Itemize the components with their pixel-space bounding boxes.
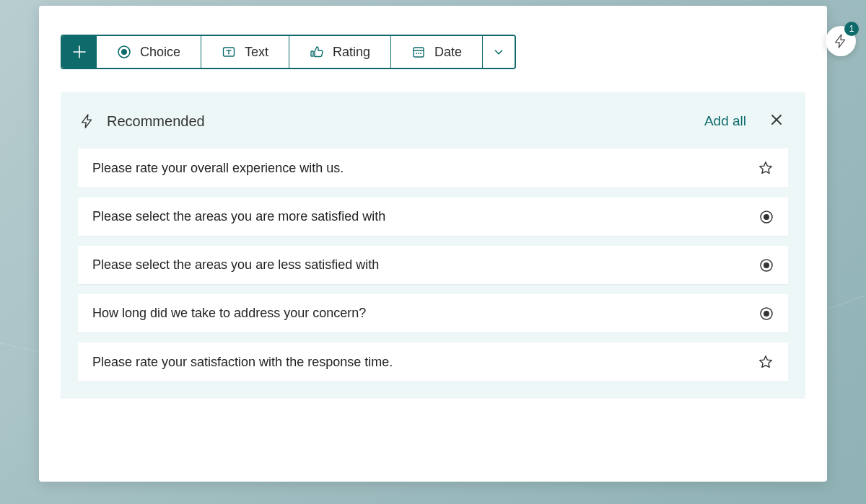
recommended-panel: Recommended Add all Please rate your ove… xyxy=(61,92,805,399)
radio-icon xyxy=(759,306,774,321)
recommended-question[interactable]: How long did we take to address your con… xyxy=(78,294,788,332)
suggestions-floating-button[interactable]: 1 xyxy=(826,26,856,56)
thumbs-up-icon xyxy=(310,45,324,59)
close-icon xyxy=(769,112,784,127)
plus-icon xyxy=(72,45,87,59)
choice-type-button[interactable]: Choice xyxy=(97,36,201,68)
question-text: Please rate your overall experience with… xyxy=(92,161,758,176)
text-icon xyxy=(222,45,236,59)
add-all-button[interactable]: Add all xyxy=(704,113,746,129)
svg-point-4 xyxy=(416,53,417,54)
svg-point-5 xyxy=(418,53,419,54)
recommended-question[interactable]: Please select the areas you are less sat… xyxy=(78,246,788,284)
question-text: Please select the areas you are less sat… xyxy=(92,257,759,273)
svg-point-8 xyxy=(764,214,769,220)
recommended-question[interactable]: Please rate your satisfaction with the r… xyxy=(78,342,788,381)
recommended-question[interactable]: Please select the areas you are more sat… xyxy=(78,198,788,236)
close-recommended-button[interactable] xyxy=(766,110,787,133)
question-text: How long did we take to address your con… xyxy=(92,306,759,321)
question-text: Please rate your satisfaction with the r… xyxy=(92,355,758,370)
choice-label: Choice xyxy=(140,45,180,60)
svg-point-1 xyxy=(121,49,127,55)
rating-label: Rating xyxy=(333,45,370,60)
star-icon xyxy=(758,160,774,176)
calendar-icon xyxy=(411,45,426,59)
svg-rect-3 xyxy=(414,48,424,57)
radio-icon xyxy=(117,45,131,59)
text-type-button[interactable]: Text xyxy=(201,36,289,68)
recommended-question[interactable]: Please rate your overall experience with… xyxy=(78,149,788,187)
date-label: Date xyxy=(434,45,462,60)
svg-point-12 xyxy=(764,311,769,317)
text-label: Text xyxy=(245,45,268,60)
question-type-toolbar: Choice Text Rating Date xyxy=(61,35,516,69)
radio-icon xyxy=(759,210,774,224)
lightning-icon xyxy=(833,33,849,49)
radio-icon xyxy=(759,258,774,273)
suggestions-badge: 1 xyxy=(844,22,859,36)
question-text: Please select the areas you are more sat… xyxy=(92,209,759,224)
lightning-icon xyxy=(79,113,95,129)
form-builder-card: Choice Text Rating Date xyxy=(39,6,827,482)
star-icon xyxy=(758,354,774,370)
rating-type-button[interactable]: Rating xyxy=(289,36,391,68)
svg-point-6 xyxy=(420,53,421,54)
chevron-down-icon xyxy=(492,45,505,58)
more-types-button[interactable] xyxy=(483,36,515,68)
svg-point-10 xyxy=(764,262,769,268)
add-question-button[interactable] xyxy=(62,36,97,68)
recommended-question-list: Please rate your overall experience with… xyxy=(78,149,788,381)
date-type-button[interactable]: Date xyxy=(391,36,483,68)
recommended-header: Recommended Add all xyxy=(78,110,788,149)
recommended-title: Recommended xyxy=(107,113,205,130)
